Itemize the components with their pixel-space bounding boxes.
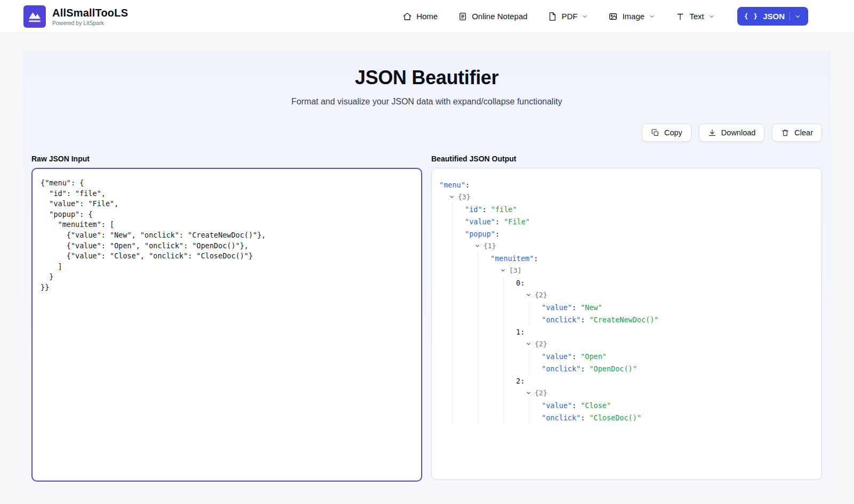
indent-guide: [478, 350, 478, 362]
indent-guide: [452, 277, 453, 289]
clear-button-label: Clear: [794, 128, 813, 137]
json-button[interactable]: { } JSON: [737, 7, 808, 26]
chevron-down-icon: [582, 13, 588, 20]
nav-item-label: Home: [416, 12, 438, 21]
chevron-down-icon[interactable]: [526, 390, 531, 396]
tree-pair-line: "id": "file": [439, 203, 814, 215]
json-key: "popup": [465, 230, 495, 238]
brand-subtitle: Powered by LitSpark: [52, 20, 128, 26]
indent-guide: [452, 326, 453, 338]
colon: :: [572, 352, 576, 361]
colon: :: [581, 364, 585, 373]
copy-button[interactable]: Copy: [642, 124, 691, 142]
indent-guide: [503, 326, 504, 338]
indent-guide: [478, 301, 478, 313]
chevron-down-icon[interactable]: [449, 194, 455, 200]
json-key: "value": [465, 217, 495, 226]
collapse-badge[interactable]: {1}: [484, 242, 496, 250]
brand-logo-icon: [23, 5, 46, 28]
json-value: "file": [487, 205, 517, 214]
json-value: "Open": [576, 352, 607, 361]
toolbar: Copy Download Clear: [31, 124, 822, 142]
json-key: "onclick": [542, 364, 581, 373]
indent-guide: [503, 313, 504, 326]
nav-item-label: Online Notepad: [472, 12, 527, 21]
tree-pair-line: "onclick": "CreateNewDoc()": [439, 313, 814, 326]
chevron-down-icon[interactable]: [526, 292, 531, 298]
pdf-icon: [547, 12, 557, 21]
json-key: "value": [542, 352, 572, 361]
braces-icon: { }: [744, 12, 758, 20]
nav-item-label: Image: [622, 12, 644, 21]
tree-toggle-line[interactable]: {2}: [439, 387, 814, 399]
tree-toggle-line[interactable]: {1}: [439, 240, 814, 252]
indent-guide: [452, 215, 453, 227]
tree-pair-line: "value": "Open": [439, 350, 814, 362]
tree-key-line: "menu":: [439, 178, 814, 191]
tree-index-line: 1:: [439, 326, 814, 338]
clear-button[interactable]: Clear: [772, 124, 822, 142]
indent-guide: [452, 362, 453, 375]
indent-guide: [503, 362, 504, 375]
text-icon: [675, 12, 685, 21]
indent-guide: [452, 252, 453, 264]
input-panel: Raw JSON Input {"menu": { "id": "file", …: [31, 155, 422, 482]
collapse-badge[interactable]: {2}: [535, 389, 547, 397]
tree-toggle-line[interactable]: {2}: [439, 338, 814, 350]
nav-item-text[interactable]: Text: [675, 12, 715, 21]
tree-toggle-line[interactable]: {2}: [439, 289, 814, 301]
indent-guide: [452, 338, 453, 350]
chevron-down-icon[interactable]: [474, 243, 480, 249]
indent-guide: [452, 227, 453, 240]
colon: :: [495, 217, 499, 226]
brand-title: AllSmallTooLS: [52, 7, 128, 19]
indent-guide: [503, 399, 504, 411]
nav-item-home[interactable]: Home: [402, 12, 438, 21]
json-value: "OpenDoc()": [585, 364, 637, 373]
brand-text: AllSmallTooLS Powered by LitSpark: [52, 7, 128, 26]
nav-item-pdf[interactable]: PDF: [547, 12, 588, 21]
tree-pair-line: "onclick": "OpenDoc()": [439, 362, 814, 375]
chevron-down-icon[interactable]: [500, 267, 506, 273]
nav-item-image[interactable]: Image: [608, 12, 655, 21]
brand[interactable]: AllSmallTooLS Powered by LitSpark: [23, 5, 128, 28]
indent-guide: [452, 240, 453, 252]
indent-guide: [503, 301, 504, 313]
tree-key-line: "popup":: [439, 227, 814, 240]
tree-index-line: 0:: [439, 277, 814, 289]
collapse-badge[interactable]: [3]: [509, 266, 521, 274]
chevron-down-icon: [708, 13, 715, 20]
nav-item-online-notepad[interactable]: Online Notepad: [458, 12, 527, 21]
indent-guide: [452, 399, 453, 411]
indent-guide: [529, 411, 529, 424]
chevron-down-icon[interactable]: [526, 341, 531, 347]
json-tree: "menu":{3}"id": "file""value": "File""po…: [431, 168, 822, 480]
indent-guide: [452, 203, 453, 215]
json-key: "onclick": [542, 413, 581, 422]
json-key: "id": [465, 205, 482, 214]
json-value: "Close": [576, 401, 611, 410]
page-title: JSON Beautifier: [31, 67, 822, 89]
json-input[interactable]: {"menu": { "id": "file", "value": "File"…: [31, 168, 422, 482]
json-key: "menu": [439, 181, 465, 189]
indent-guide: [452, 301, 453, 313]
collapse-badge[interactable]: {3}: [458, 193, 470, 201]
tree-toggle-line[interactable]: [3]: [439, 264, 814, 277]
tree-toggle-line[interactable]: {3}: [439, 191, 814, 203]
collapse-badge[interactable]: {2}: [535, 291, 547, 299]
input-panel-label: Raw JSON Input: [31, 155, 422, 163]
chevron-down-icon: [649, 13, 655, 20]
header: AllSmallTooLS Powered by LitSpark HomeOn…: [0, 0, 854, 33]
download-button[interactable]: Download: [699, 124, 765, 142]
indent-guide: [529, 350, 529, 362]
indent-guide: [452, 411, 453, 424]
colon: :: [465, 181, 470, 189]
indent-guide: [503, 277, 504, 289]
indent-guide: [452, 313, 453, 326]
chevron-down-icon[interactable]: [789, 12, 801, 21]
image-icon: [608, 12, 618, 21]
home-icon: [402, 12, 412, 21]
indent-guide: [478, 326, 478, 338]
collapse-badge[interactable]: {2}: [535, 340, 547, 348]
indent-guide: [529, 362, 529, 375]
